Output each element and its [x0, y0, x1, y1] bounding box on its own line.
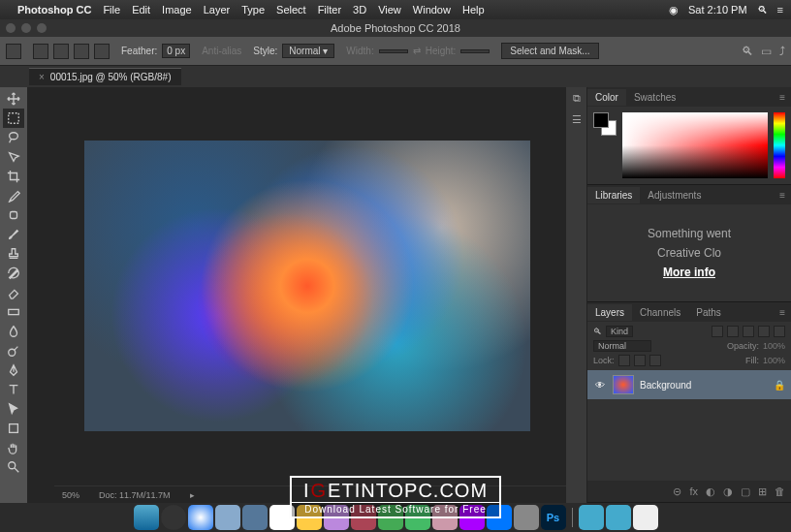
quick-select-tool[interactable] — [3, 147, 24, 167]
color-tab[interactable]: Color — [587, 89, 626, 106]
close-tab-icon[interactable]: × — [39, 72, 45, 82]
search-icon[interactable]: 🔍︎ — [742, 45, 753, 58]
layers-tab[interactable]: Layers — [587, 304, 632, 321]
trash-icon[interactable] — [633, 505, 658, 530]
blend-mode-select[interactable]: Normal — [593, 340, 651, 352]
documents-icon[interactable] — [606, 505, 631, 530]
maps-icon[interactable] — [432, 505, 458, 530]
menu-select[interactable]: Select — [276, 4, 306, 16]
color-picker[interactable] — [622, 112, 768, 178]
filter-pixel-icon[interactable] — [712, 326, 723, 337]
adjustments-tab[interactable]: Adjustments — [640, 187, 709, 203]
canvas-area[interactable]: 50% Doc: 11.7M/11.7M ▸ — [27, 87, 587, 503]
hand-tool[interactable] — [3, 438, 24, 457]
itunes-icon[interactable] — [459, 505, 485, 530]
facetime-icon[interactable] — [405, 505, 430, 530]
siri-icon[interactable]: ◉ — [669, 4, 679, 16]
type-tool[interactable] — [3, 380, 24, 399]
menu-window[interactable]: Window — [413, 4, 451, 16]
menu-help[interactable]: Help — [462, 4, 485, 16]
select-and-mask-button[interactable]: Select and Mask... — [501, 43, 598, 59]
preferences-icon[interactable] — [514, 505, 539, 530]
spotlight-icon[interactable]: 🔍︎ — [757, 4, 768, 16]
feather-input[interactable]: 0 px — [162, 44, 190, 58]
path-select-tool[interactable] — [3, 399, 24, 419]
clock[interactable]: Sat 2:10 PM — [688, 4, 747, 16]
contacts-icon[interactable] — [242, 505, 268, 530]
properties-panel-icon[interactable]: ☰ — [570, 112, 584, 126]
hue-slider[interactable] — [774, 112, 785, 178]
healing-tool[interactable] — [3, 205, 24, 225]
filter-shape-icon[interactable] — [758, 326, 770, 337]
calendar-icon[interactable] — [269, 505, 295, 530]
fill-value[interactable]: 100% — [763, 356, 785, 365]
menu-file[interactable]: File — [103, 4, 120, 16]
eyedropper-tool[interactable] — [3, 186, 24, 205]
menu-image[interactable]: Image — [162, 4, 192, 16]
mail-icon[interactable] — [215, 505, 240, 530]
channels-tab[interactable]: Channels — [632, 304, 688, 321]
app-menu[interactable]: Photoshop CC — [17, 4, 91, 16]
layer-thumbnail[interactable] — [613, 375, 634, 394]
doc-info[interactable]: Doc: 11.7M/11.7M — [99, 490, 171, 500]
layer-lock-icon[interactable]: 🔒 — [774, 380, 785, 391]
pen-tool[interactable] — [3, 360, 24, 380]
style-select[interactable]: Normal ▾ — [282, 44, 334, 58]
selection-new-icon[interactable] — [33, 44, 48, 59]
more-info-link[interactable]: More info — [663, 266, 715, 279]
history-brush-tool[interactable] — [3, 264, 24, 283]
layer-filter-select[interactable]: Kind — [606, 326, 633, 337]
finder-icon[interactable] — [134, 505, 159, 530]
downloads-icon[interactable] — [579, 505, 604, 530]
filter-type-icon[interactable] — [743, 326, 754, 337]
color-panel-menu-icon[interactable]: ≡ — [774, 92, 791, 103]
tool-preset-icon[interactable] — [6, 44, 21, 59]
layer-mask-icon[interactable]: ◐ — [706, 485, 715, 498]
menu-edit[interactable]: Edit — [132, 4, 150, 16]
zoom-level[interactable]: 50% — [62, 490, 79, 500]
launchpad-icon[interactable] — [161, 505, 186, 530]
stamp-tool[interactable] — [3, 244, 24, 264]
layer-name[interactable]: Background — [640, 380, 691, 391]
brush-tool[interactable] — [3, 225, 24, 244]
selection-subtract-icon[interactable] — [74, 44, 89, 59]
document-tab[interactable]: × 00015.jpg @ 50% (RGB/8#) — [29, 68, 181, 85]
gradient-tool[interactable] — [3, 302, 24, 322]
menu-view[interactable]: View — [378, 4, 401, 16]
menu-3d[interactable]: 3D — [353, 4, 366, 16]
lasso-tool[interactable] — [3, 128, 24, 147]
reminders-icon[interactable] — [351, 505, 376, 530]
menu-layer[interactable]: Layer — [204, 4, 231, 16]
new-group-icon[interactable]: ▢ — [741, 485, 750, 498]
lock-pixels-icon[interactable] — [618, 355, 630, 366]
eraser-tool[interactable] — [3, 283, 24, 302]
new-layer-icon[interactable]: ⊞ — [758, 485, 767, 498]
history-panel-icon[interactable]: ⧉ — [570, 91, 584, 105]
photos-icon[interactable] — [324, 505, 349, 530]
lock-position-icon[interactable] — [634, 355, 646, 366]
lock-all-icon[interactable] — [649, 355, 661, 366]
link-layers-icon[interactable]: ⊝ — [673, 485, 681, 498]
swatches-tab[interactable]: Swatches — [626, 89, 683, 106]
layer-fx-icon[interactable]: fx — [689, 485, 698, 497]
move-tool[interactable] — [3, 89, 24, 109]
paths-tab[interactable]: Paths — [688, 304, 729, 321]
share-icon[interactable]: ⤴ — [779, 45, 785, 58]
blur-tool[interactable] — [3, 322, 24, 341]
fg-bg-color[interactable] — [593, 112, 617, 136]
selection-add-icon[interactable] — [53, 44, 69, 59]
selection-intersect-icon[interactable] — [94, 44, 110, 59]
photoshop-dock-icon[interactable]: Ps — [541, 505, 566, 530]
layer-visibility-icon[interactable]: 👁 — [593, 380, 607, 391]
document-canvas[interactable] — [84, 141, 530, 431]
layers-panel-menu-icon[interactable]: ≡ — [774, 307, 791, 318]
zoom-tool[interactable] — [3, 457, 24, 477]
crop-tool[interactable] — [3, 167, 24, 186]
filter-smart-icon[interactable] — [774, 326, 785, 337]
workspace-icon[interactable]: ▭ — [761, 45, 772, 58]
notes-icon[interactable] — [297, 505, 322, 530]
libraries-tab[interactable]: Libraries — [587, 187, 640, 203]
messages-icon[interactable] — [378, 505, 403, 530]
menu-extra-icon[interactable]: ≡ — [777, 4, 783, 16]
safari-icon[interactable] — [188, 505, 213, 530]
